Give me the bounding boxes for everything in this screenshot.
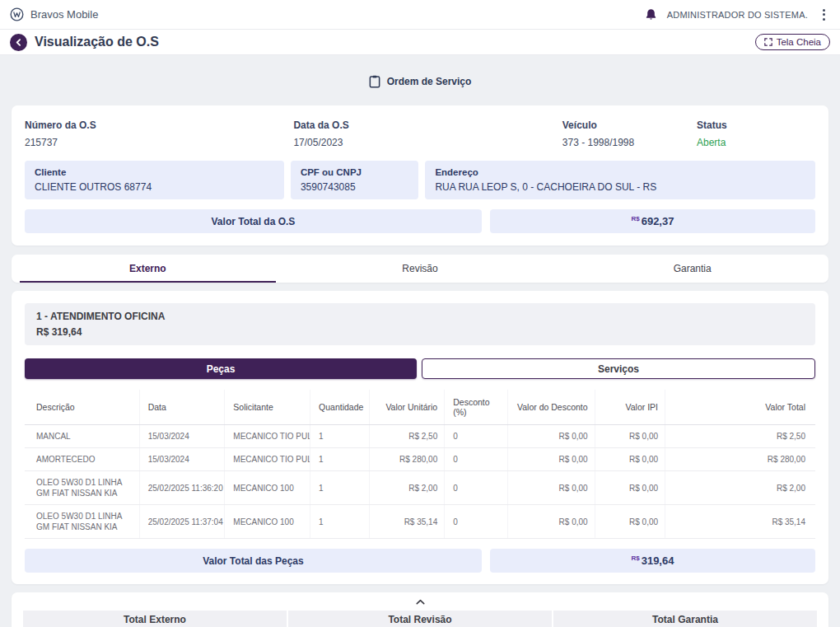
order-total-label-box: Valor Total da O.S <box>25 209 482 233</box>
col-desconto: Desconto (%) <box>445 390 508 425</box>
chevron-up-icon <box>416 599 425 605</box>
cell-solicitante: MECANICO 100 <box>225 471 310 505</box>
page-title: Visualização de O.S <box>35 35 748 49</box>
status-badge: Aberta <box>697 137 815 148</box>
order-fields: Número da O.S 215737 Data da O.S 17/05/2… <box>25 119 815 148</box>
cell-desconto: 0 <box>445 505 508 539</box>
total-externo-header: Total Externo <box>23 611 287 627</box>
cell-desconto: 0 <box>445 425 508 448</box>
cell-quantidade: 1 <box>310 425 370 448</box>
cell-valor-ipi: R$ 0,00 <box>595 425 665 448</box>
topbar-right: ADMINISTRADOR DO SISTEMA. <box>645 6 830 24</box>
collapse-button[interactable] <box>408 597 433 607</box>
tab-externo[interactable]: Externo <box>12 255 284 283</box>
pecas-total-value-box: R$ 319,64 <box>490 549 815 573</box>
cell-solicitante: MECANICO TIO PULLY <box>225 448 310 471</box>
col-quantidade: Quantidade <box>310 390 370 425</box>
field-status-label: Status <box>697 119 815 131</box>
cell-desconto: 0 <box>445 448 508 471</box>
chevron-left-icon <box>15 39 22 46</box>
summary-card: Total Externo Total Revisão Total Garant… <box>12 592 828 627</box>
tab-garantia[interactable]: Garantia <box>556 255 828 283</box>
client-boxes: Cliente CLIENTE OUTROS 68774 CPF ou CNPJ… <box>25 161 815 199</box>
user-menu[interactable]: ADMINISTRADOR DO SISTEMA. <box>667 10 808 20</box>
cell-valor-total: R$ 2,00 <box>665 471 815 505</box>
externo-content-card: 1 - ATENDIMENTO OFICINA R$ 319,64 Peças … <box>12 291 828 584</box>
col-valor-total: Valor Total <box>665 390 815 425</box>
top-app-bar: Bravos Mobile ADMINISTRADOR DO SISTEMA. <box>0 0 840 30</box>
cpf-label: CPF ou CNPJ <box>301 167 409 177</box>
cliente-label: Cliente <box>35 167 274 177</box>
cell-data: 25/02/2025 11:37:04 <box>139 505 225 539</box>
fullscreen-label: Tela Cheia <box>777 37 821 47</box>
cell-valor-desconto: R$ 0,00 <box>508 471 595 505</box>
brand-name: Bravos Mobile <box>30 8 98 21</box>
service-group-title: 1 - ATENDIMENTO OFICINA <box>36 311 804 322</box>
col-valor-ipi: Valor IPI <box>595 390 665 425</box>
pecas-total-row: Valor Total das Peças R$ 319,64 <box>25 549 815 573</box>
endereco-box: Endereço RUA RUA LEOP S, 0 - CACHOEIRA D… <box>425 161 815 199</box>
order-info-card: Número da O.S 215737 Data da O.S 17/05/2… <box>12 105 828 246</box>
field-data-label: Data da O.S <box>293 119 562 131</box>
col-data: Data <box>139 390 225 425</box>
cell-data: 15/03/2024 <box>139 448 225 471</box>
cliente-box: Cliente CLIENTE OUTROS 68774 <box>25 161 284 199</box>
field-numero-value: 215737 <box>25 137 293 148</box>
clipboard-icon <box>369 75 380 88</box>
order-total-row: Valor Total da O.S R$ 692,37 <box>25 209 815 233</box>
field-veiculo-value: 373 - 1998/1998 <box>562 137 697 148</box>
order-total-value-box: R$ 692,37 <box>490 209 815 233</box>
service-group-value: R$ 319,64 <box>36 326 804 338</box>
cell-valor-unitario: R$ 280,00 <box>370 448 445 471</box>
table-row: OLEO 5W30 D1 LINHA GM FIAT NISSAN KIA 25… <box>25 471 815 505</box>
cell-descricao: OLEO 5W30 D1 LINHA GM FIAT NISSAN KIA <box>25 505 139 539</box>
col-valor-desconto: Valor do Desconto <box>508 390 595 425</box>
kebab-menu-icon[interactable] <box>818 6 830 24</box>
pecas-total-value: 319,64 <box>642 554 674 567</box>
table-header-row: Descrição Data Solicitante Quantidade Va… <box>25 390 815 425</box>
cell-valor-total: R$ 2,50 <box>665 425 815 448</box>
endereco-label: Endereço <box>435 167 805 177</box>
field-numero: Número da O.S 215737 <box>25 119 293 148</box>
brand[interactable]: Bravos Mobile <box>10 7 98 21</box>
col-solicitante: Solicitante <box>225 390 310 425</box>
cell-valor-total: R$ 280,00 <box>665 448 815 471</box>
section-title-label: Ordem de Serviço <box>387 76 472 87</box>
field-veiculo: Veículo 373 - 1998/1998 <box>562 119 697 148</box>
cell-valor-unitario: R$ 2,00 <box>370 471 445 505</box>
table-row: AMORTECEDO 15/03/2024 MECANICO TIO PULLY… <box>25 448 815 471</box>
cell-quantidade: 1 <box>310 448 370 471</box>
servicos-button[interactable]: Serviços <box>422 358 815 379</box>
cell-valor-ipi: R$ 0,00 <box>595 505 665 539</box>
cell-solicitante: MECANICO 100 <box>225 505 310 539</box>
totals-grid: Total Externo Total Revisão Total Garant… <box>23 611 817 627</box>
pecas-total-label-box: Valor Total das Peças <box>25 549 482 573</box>
cell-data: 25/02/2025 11:36:20 <box>139 471 225 505</box>
field-numero-label: Número da O.S <box>25 119 293 131</box>
fullscreen-icon <box>764 38 772 46</box>
cliente-value: CLIENTE OUTROS 68774 <box>35 181 274 193</box>
col-valor-unitario: Valor Unitário <box>370 390 445 425</box>
pecas-servicos-toggle: Peças Serviços <box>25 358 815 379</box>
total-garantia-header: Total Garantia <box>553 611 817 627</box>
cell-valor-ipi: R$ 0,00 <box>595 448 665 471</box>
cell-quantidade: 1 <box>310 505 370 539</box>
currency-symbol: R$ <box>631 554 639 562</box>
cell-valor-unitario: R$ 2,50 <box>370 425 445 448</box>
cpf-box: CPF ou CNPJ 3590743085 <box>291 161 419 199</box>
fullscreen-button[interactable]: Tela Cheia <box>755 34 830 50</box>
notifications-bell-icon[interactable] <box>645 8 657 21</box>
brand-logo-icon <box>10 7 24 21</box>
field-data-value: 17/05/2023 <box>293 137 562 148</box>
order-total-label: Valor Total da O.S <box>212 216 296 227</box>
currency-symbol: R$ <box>631 215 639 222</box>
back-button[interactable] <box>10 34 27 51</box>
field-data: Data da O.S 17/05/2023 <box>293 119 562 148</box>
cpf-value: 3590743085 <box>301 181 409 193</box>
field-status: Status Aberta <box>697 119 815 148</box>
cell-valor-desconto: R$ 0,00 <box>508 448 595 471</box>
tab-revisao[interactable]: Revisão <box>284 255 557 283</box>
pecas-total-label: Valor Total das Peças <box>203 555 304 567</box>
pecas-button[interactable]: Peças <box>25 358 417 379</box>
main-content: Ordem de Serviço Número da O.S 215737 Da… <box>0 75 840 627</box>
